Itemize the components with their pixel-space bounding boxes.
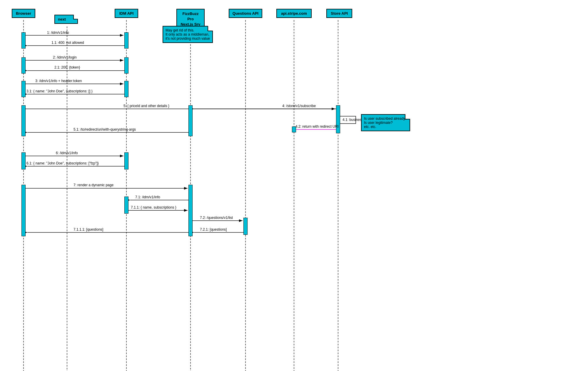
label-m2: 2: /idm/v1/login [53,55,77,59]
label-m3: 3: /idm/v1/info + header:token [35,79,82,83]
participant-browser: Browser [12,9,35,18]
label-m1: 1: /idm/v1/info [47,31,69,35]
activation-fzz-2 [188,185,193,236]
participant-questions: Questions API [229,9,262,18]
label-m6-1: 6.1: { name: "John Doe", subscriptions: … [26,161,99,165]
activation-browser-6 [21,185,26,236]
activation-browser-2 [21,57,26,74]
participant-next: next [54,15,78,24]
participant-stripe: api.stripe.com [276,9,312,18]
label-m4-2: 4.2: return with redirect URI [295,124,339,129]
label-m4: 4: /store/v1/subscribe [282,104,316,108]
participant-idm: IDM API [115,9,138,18]
activation-idm-1 [124,32,128,49]
label-m3-1: 3.1: { name: "John Doe", subscriptions: … [26,89,93,93]
activation-browser-3 [21,81,26,97]
activation-browser-5 [21,152,26,169]
note-store-validations: Is user subscribed already?Is user legit… [361,114,410,131]
note-fizzbuzz: May get rid of this.It only acts as a mi… [163,26,213,43]
label-m7-1: 7.1: /idm/v1/info [135,195,160,199]
label-m5-1: 5.1: /to/redirect/uri/with-querystring-a… [74,127,136,132]
activation-browser-4 [21,105,26,136]
sequence-diagram: Browser next IDM API FizzBuzzProNext.js … [0,0,588,371]
label-m7-2-1: 7.2.1: [questions] [200,227,227,232]
activation-idm-2 [124,57,128,74]
activation-idm-5 [124,197,128,214]
participant-store: Store API [326,9,352,18]
label-m7: 7: render a dynamic page [74,183,113,187]
label-m6: 6: /idm/v1/info [56,151,78,155]
activation-fzz-1 [188,105,193,136]
label-m7-1-1-1: 7.1.1.1: [questions] [74,227,103,232]
label-m1-1: 1.1: 400: not allowed [51,41,84,45]
activation-idm-4 [124,152,128,169]
label-m2-1: 2.1: 200: {token} [54,65,80,69]
label-m7-1-1: 7.1.1: { name, subscriptions } [131,205,176,209]
activation-store-1 [336,105,340,133]
label-m7-2: 7.2: /questions/v1/list [200,216,233,220]
label-m5: 5: { priceId and other details } [123,104,169,108]
activation-idm-3 [124,81,128,97]
activation-questions-1 [243,218,248,235]
activation-browser-1 [21,32,26,49]
